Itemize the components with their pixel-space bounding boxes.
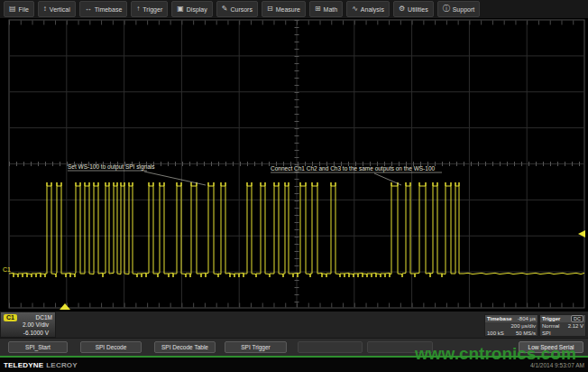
menu-file-label: File <box>19 6 29 13</box>
timebase-rate: 50 MS/s <box>516 330 536 337</box>
trigger-position-marker-icon[interactable] <box>60 303 70 310</box>
trigger-level: 2.12 V <box>568 322 583 330</box>
menu-analysis[interactable]: ∿Analysis <box>346 1 390 17</box>
channel-descriptor-c1[interactable]: C1 DC1M 2.00 V/div -6.1000 V <box>0 312 56 338</box>
timebase-samples: 100 kS <box>487 330 504 337</box>
menu-support[interactable]: ⓘSupport <box>437 1 481 17</box>
spi-start-button[interactable]: SPI_Start <box>8 341 68 353</box>
annotation-connect-channels: Connect Ch1 Ch2 and Ch3 to the same outp… <box>271 165 435 172</box>
timebase-delay: -804 µs <box>518 315 536 322</box>
channel-scale: 2.00 V/div <box>4 321 52 330</box>
menu-analysis-label: Analysis <box>361 6 384 13</box>
math-icon: ⊞ <box>315 5 321 13</box>
menu-vertical-label: Vertical <box>50 6 70 13</box>
spi-decode-button[interactable]: SPI Decode <box>80 341 142 353</box>
menu-cursors-label: Cursors <box>230 6 253 13</box>
trigger-mode: Normal <box>542 322 559 330</box>
spi-trigger-button[interactable]: SPI Trigger <box>225 341 287 353</box>
trigger-level-marker-icon[interactable] <box>578 230 585 237</box>
oscilloscope-screen: ▤File ↕Vertical ↔Timebase ↑Trigger ▣Disp… <box>0 0 588 372</box>
menu-math-label: Math <box>324 6 338 13</box>
spi-decode-table-button[interactable]: SPI Decode Table <box>154 341 216 353</box>
brand-secondary: LECROY <box>46 361 78 369</box>
timebase-scale: 200 µs/div <box>511 322 536 330</box>
menu-trigger-label: Trigger <box>142 6 162 13</box>
menu-display-label: Display <box>187 6 207 13</box>
menu-measure-label: Measure <box>276 6 300 13</box>
waveform-display[interactable]: C1 Set WS-100 to output SPI signals Conn… <box>0 18 588 312</box>
analysis-icon: ∿ <box>352 5 358 13</box>
measure-icon: ⊟ <box>267 5 273 13</box>
channel-badge: C1 <box>4 314 17 321</box>
trigger-source: SPI <box>542 330 551 337</box>
timebase-title: Timebase <box>487 315 512 322</box>
trigger-icon: ↑ <box>136 5 140 13</box>
annotation-2-pointer <box>374 173 401 185</box>
menu-bar: ▤File ↕Vertical ↔Timebase ↑Trigger ▣Disp… <box>0 0 588 18</box>
descriptor-row: C1 DC1M 2.00 V/div -6.1000 V Timebase -8… <box>0 312 588 338</box>
trigger-title: Trigger <box>542 315 560 322</box>
timebase-descriptor[interactable]: Timebase -804 µs 200 µs/div 100 kS 50 MS… <box>484 314 538 337</box>
menu-file[interactable]: ▤File <box>4 1 34 17</box>
trigger-coupling-badge: DC <box>571 315 583 322</box>
menu-utilities[interactable]: ⚙Utilities <box>393 1 434 17</box>
cntronics-watermark: www.cntronics.com <box>415 344 576 364</box>
trigger-descriptor[interactable]: Trigger DC Normal 2.12 V SPI <box>539 314 586 337</box>
display-icon: ▣ <box>177 5 184 13</box>
menu-timebase[interactable]: ↔Timebase <box>79 1 127 17</box>
cursors-icon: ✎ <box>222 5 228 13</box>
menu-math[interactable]: ⊞Math <box>309 1 343 17</box>
brand-primary: TELEDYNE <box>4 361 43 369</box>
graticule-svg: C1 Set WS-100 to output SPI signals Conn… <box>0 18 588 312</box>
menu-utilities-label: Utilities <box>408 6 428 13</box>
menu-vertical[interactable]: ↕Vertical <box>38 1 76 17</box>
file-icon: ▤ <box>9 5 16 13</box>
menu-trigger[interactable]: ↑Trigger <box>131 1 168 17</box>
menu-measure[interactable]: ⊟Measure <box>262 1 306 17</box>
support-icon: ⓘ <box>443 5 450 13</box>
channel-coupling: DC1M <box>36 314 52 321</box>
channel-offset: -6.1000 V <box>4 330 52 338</box>
vertical-icon: ↕ <box>43 5 47 13</box>
menu-display[interactable]: ▣Display <box>171 1 213 17</box>
teledyne-lecroy-logo: TELEDYNELECROY <box>4 361 78 369</box>
annotation-set-ws100: Set WS-100 to output SPI signals <box>68 163 155 171</box>
empty-button-slot-1 <box>298 341 363 353</box>
channel-zero-label[interactable]: C1 <box>3 266 11 273</box>
menu-timebase-label: Timebase <box>95 6 122 13</box>
timebase-icon: ↔ <box>85 5 92 13</box>
menu-cursors[interactable]: ✎Cursors <box>216 1 258 17</box>
menu-support-label: Support <box>453 6 475 13</box>
utilities-icon: ⚙ <box>399 5 405 13</box>
